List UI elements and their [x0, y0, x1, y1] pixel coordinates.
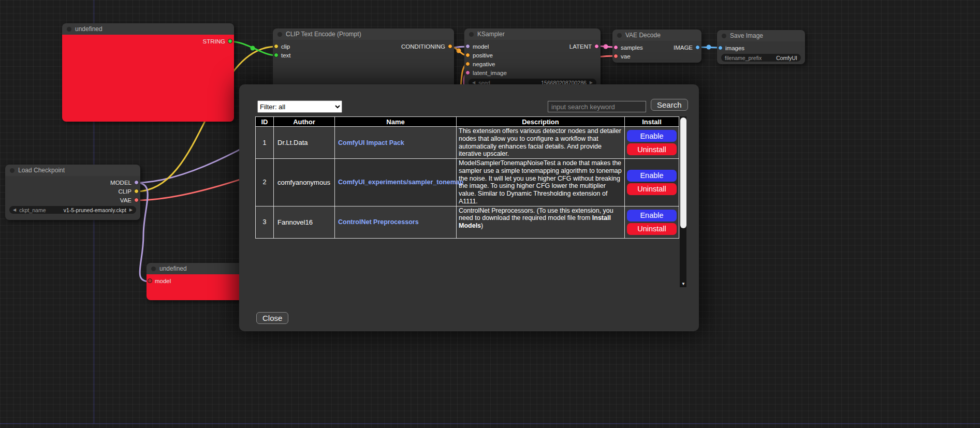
table-row: 1 Dr.Lt.Data ComfyUI Impact Pack This ex…	[256, 127, 679, 159]
node-vae-decode[interactable]: VAE Decode samples IMAGE vae	[612, 29, 701, 63]
ckpt-name-widget[interactable]: ◀ ckpt_name v1-5-pruned-emaonly.ckpt ▶	[9, 206, 136, 214]
input-dot-images[interactable]	[718, 46, 723, 50]
enable-button[interactable]: Enable	[627, 210, 677, 222]
output-slot-clip[interactable]: CLIP	[118, 188, 140, 195]
column-header-install: Install	[625, 117, 679, 127]
node-load-checkpoint[interactable]: Load Checkpoint MODEL CLIP VAE	[5, 165, 140, 220]
node-clip-text-encode[interactable]: CLIP Text Encode (Prompt) clip CONDITION…	[273, 28, 454, 91]
enable-button[interactable]: Enable	[627, 130, 677, 142]
collapse-dot-icon[interactable]	[67, 27, 71, 32]
table-header-row: ID Author Name Description Install	[256, 117, 679, 127]
node-title-bar[interactable]: KSampler	[464, 28, 601, 40]
column-header-id: ID	[256, 117, 274, 127]
input-slot-clip[interactable]: clip	[273, 43, 290, 50]
manager-dialog: Filter: all Search ID Author Name Descri…	[239, 84, 699, 331]
node-title-bar[interactable]: undefined	[62, 23, 234, 35]
input-dot-clip[interactable]	[274, 44, 279, 49]
node-title: VAE Decode	[625, 32, 661, 39]
output-slot-model[interactable]: MODEL	[110, 180, 140, 186]
output-dot-clip[interactable]	[134, 189, 139, 194]
node-title-bar[interactable]: Save Image	[717, 30, 805, 41]
input-slot-model[interactable]: model	[464, 43, 489, 50]
extension-table-area: ID Author Name Description Install 1 Dr.…	[255, 116, 686, 287]
node-title: Load Checkpoint	[18, 167, 65, 174]
column-header-name: Name	[335, 117, 457, 127]
uninstall-button[interactable]: Uninstall	[627, 183, 677, 195]
input-slot-negative[interactable]: negative	[464, 61, 495, 67]
node-title-bar[interactable]: CLIP Text Encode (Prompt)	[273, 28, 454, 40]
scrollbar-down-arrow-icon[interactable]: ▼	[680, 282, 687, 286]
description-text: ControlNet Preprocessors. (To use this e…	[459, 207, 613, 222]
output-slot-latent[interactable]: LATENT	[569, 43, 601, 50]
node-title: Save Image	[730, 32, 763, 39]
column-header-description: Description	[457, 117, 625, 127]
output-slot-vae[interactable]: VAE	[120, 197, 140, 203]
filename-prefix-widget[interactable]: filename_prefix ComfyUI	[721, 54, 801, 62]
input-dot-model[interactable]	[148, 278, 152, 283]
table-row: 3 Fannovel16 ControlNet Preprocessors Co…	[256, 206, 679, 238]
previous-arrow-icon[interactable]: ◀	[13, 206, 16, 214]
filter-dropdown[interactable]: Filter: all	[257, 100, 342, 113]
column-header-author: Author	[274, 117, 335, 127]
node-title: CLIP Text Encode (Prompt)	[286, 31, 361, 38]
output-dot-image[interactable]	[695, 45, 700, 50]
collapse-dot-icon[interactable]	[10, 168, 14, 173]
search-input[interactable]	[548, 101, 646, 112]
input-slot-images[interactable]: images	[717, 45, 744, 51]
extension-link[interactable]: ComfyUI Impact Pack	[338, 139, 404, 146]
input-dot-model[interactable]	[465, 44, 470, 49]
widget-value: v1-5-pruned-emaonly.ckpt	[64, 207, 126, 213]
node-undefined-bottom[interactable]: undefined model	[147, 263, 245, 300]
widget-label: filename_prefix	[725, 55, 762, 61]
description-text: )	[481, 222, 483, 229]
node-title-bar[interactable]: undefined	[147, 263, 245, 274]
collapse-dot-icon[interactable]	[722, 34, 726, 38]
output-dot-latent[interactable]	[594, 44, 599, 49]
enable-button[interactable]: Enable	[627, 170, 677, 182]
input-slot-model[interactable]: model	[147, 278, 171, 284]
input-slot-samples[interactable]: samples	[612, 45, 643, 51]
output-dot-model[interactable]	[134, 180, 139, 185]
next-arrow-icon[interactable]: ▶	[129, 206, 133, 214]
node-undefined-top[interactable]: undefined STRING	[62, 23, 234, 122]
extension-table: ID Author Name Description Install 1 Dr.…	[255, 116, 679, 239]
input-slot-positive[interactable]: positive	[464, 52, 493, 58]
node-title: KSampler	[477, 31, 505, 38]
extension-link[interactable]: ControlNet Preprocessors	[338, 218, 419, 226]
output-dot-vae[interactable]	[134, 198, 139, 202]
input-slot-vae[interactable]: vae	[612, 53, 631, 60]
table-scrollbar[interactable]: ▼	[680, 116, 686, 287]
extension-link[interactable]: ComfyUI_experiments/sampler_tonemap	[338, 179, 463, 186]
input-dot-text[interactable]	[274, 53, 279, 57]
node-save-image[interactable]: Save Image images filename_prefix ComfyU…	[717, 30, 805, 64]
collapse-dot-icon[interactable]	[151, 267, 156, 271]
output-slot-string[interactable]: STRING	[203, 38, 234, 45]
input-dot-vae[interactable]	[613, 54, 618, 58]
output-slot-conditioning[interactable]: CONDITIONING	[401, 43, 454, 50]
search-button[interactable]: Search	[651, 99, 688, 111]
collapse-dot-icon[interactable]	[277, 32, 282, 37]
output-dot-string[interactable]	[228, 39, 232, 43]
node-title: undefined	[75, 25, 103, 33]
node-ksampler[interactable]: KSampler model LATENT positive	[464, 28, 601, 91]
uninstall-button[interactable]: Uninstall	[627, 143, 677, 155]
table-row: 2 comfyanonymous ComfyUI_experiments/sam…	[256, 159, 679, 206]
widget-label: ckpt_name	[19, 207, 46, 213]
input-slot-text[interactable]: text	[273, 52, 291, 58]
uninstall-button[interactable]: Uninstall	[627, 223, 677, 235]
collapse-dot-icon[interactable]	[617, 33, 622, 38]
node-graph-canvas[interactable]: undefined STRING CLIP Text Encode (Promp…	[0, 0, 980, 428]
collapse-dot-icon[interactable]	[469, 32, 474, 37]
output-slot-image[interactable]: IMAGE	[674, 45, 701, 51]
input-dot-positive[interactable]	[465, 53, 470, 57]
node-title-bar[interactable]: Load Checkpoint	[5, 165, 140, 176]
scrollbar-thumb[interactable]	[680, 117, 686, 228]
input-dot-latent-image[interactable]	[465, 70, 470, 75]
node-title: undefined	[159, 265, 187, 272]
output-dot-conditioning[interactable]	[448, 44, 452, 49]
close-button[interactable]: Close	[256, 312, 288, 324]
input-dot-samples[interactable]	[613, 45, 618, 50]
input-slot-latent-image[interactable]: latent_image	[464, 70, 507, 76]
node-title-bar[interactable]: VAE Decode	[612, 29, 701, 41]
input-dot-negative[interactable]	[465, 62, 470, 66]
